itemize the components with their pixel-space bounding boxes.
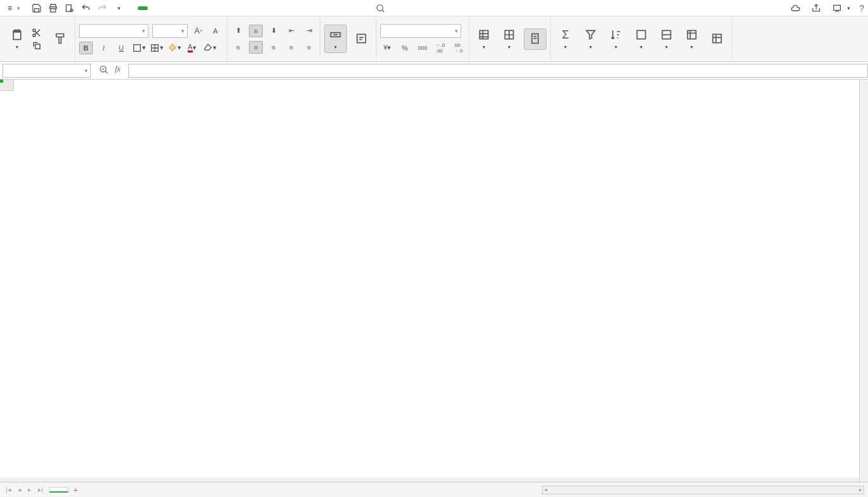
fx-icon[interactable]: fx xyxy=(115,64,121,76)
doc-assist-button[interactable] xyxy=(524,28,546,50)
percent-button[interactable]: % xyxy=(398,42,412,54)
align-left-button[interactable]: ≡ xyxy=(231,41,245,54)
cell-border-button[interactable]: ▾ xyxy=(150,42,164,54)
tab-insert[interactable] xyxy=(159,6,169,10)
scroll-right-icon[interactable]: ▸ xyxy=(857,486,864,494)
comma-button[interactable]: 000 xyxy=(416,42,430,54)
distribute-button[interactable]: ≡ xyxy=(302,41,316,54)
file-menu[interactable]: ≡ ▾ xyxy=(4,3,24,14)
search-icon xyxy=(375,3,385,13)
freeze-button[interactable] xyxy=(706,29,728,49)
spreadsheet-grid[interactable] xyxy=(0,80,868,477)
cloud-icon xyxy=(790,3,800,13)
undo-icon[interactable] xyxy=(81,3,91,13)
table-style-button[interactable]: ▾ xyxy=(498,25,520,52)
vertical-scrollbar[interactable] xyxy=(859,80,868,482)
wrap-text-button[interactable] xyxy=(351,29,372,49)
align-center-button[interactable]: ≡ xyxy=(249,41,263,54)
decrease-indent-button[interactable]: ⇤ xyxy=(284,25,298,37)
format-button[interactable]: ▾ xyxy=(630,25,652,52)
sort-icon xyxy=(609,28,623,42)
align-top-button[interactable]: ⬆ xyxy=(231,25,245,37)
zoom-icon[interactable] xyxy=(99,64,109,76)
increase-indent-button[interactable]: ⇥ xyxy=(302,25,316,37)
cut-button[interactable] xyxy=(32,28,45,38)
tab-formulas[interactable] xyxy=(202,6,212,10)
svg-rect-14 xyxy=(479,30,488,39)
svg-point-8 xyxy=(33,34,35,37)
name-box[interactable] xyxy=(3,64,91,78)
align-middle-button[interactable]: ≡ xyxy=(249,25,263,37)
paste-button[interactable]: ▾ xyxy=(6,25,28,52)
merge-center-button[interactable]: ▾ xyxy=(324,25,347,53)
increase-decimal-button[interactable]: ←.0.00 xyxy=(433,42,447,54)
help-button[interactable]: ? xyxy=(859,3,864,13)
tab-view[interactable] xyxy=(267,6,277,10)
decrease-decimal-button[interactable]: .00→.0 xyxy=(451,42,465,54)
format-painter-button[interactable] xyxy=(49,29,71,49)
number-format-combo[interactable] xyxy=(380,24,461,38)
share-icon xyxy=(811,3,821,13)
tab-security[interactable] xyxy=(288,6,298,10)
print-icon[interactable] xyxy=(48,3,58,13)
formula-bar: fx xyxy=(0,62,868,80)
italic-button[interactable]: I xyxy=(97,42,111,54)
svg-rect-13 xyxy=(357,34,365,42)
tab-page-layout[interactable] xyxy=(181,6,191,10)
redo-icon[interactable] xyxy=(97,3,107,13)
tab-review[interactable] xyxy=(245,6,255,10)
cond-format-button[interactable]: ▾ xyxy=(473,25,495,52)
svg-rect-9 xyxy=(35,44,40,49)
increase-font-button[interactable]: A+ xyxy=(191,25,205,37)
add-sheet-button[interactable]: + xyxy=(68,485,83,495)
highlight-button[interactable]: ▾ xyxy=(203,42,217,54)
bold-button[interactable]: B xyxy=(79,42,93,54)
filter-button[interactable]: ▾ xyxy=(580,25,601,52)
number-group: ¥▾ % 000 ←.0.00 .00→.0 xyxy=(377,18,469,60)
border-button[interactable]: ▾ xyxy=(132,42,146,54)
search-button[interactable] xyxy=(375,3,387,13)
sum-button[interactable]: Σ▾ xyxy=(555,25,576,52)
print-preview-icon[interactable] xyxy=(64,3,75,13)
worksheet-button[interactable]: ▾ xyxy=(681,25,702,52)
copy-button[interactable] xyxy=(32,40,45,51)
share-button[interactable] xyxy=(811,3,823,13)
align-right-button[interactable]: ≡ xyxy=(267,41,280,54)
row-col-button[interactable]: ▾ xyxy=(656,25,677,52)
sheet-prev-icon[interactable]: ◂ xyxy=(16,486,23,494)
ribbon: ▾ A+ A- B I U ▾ ▾ xyxy=(0,16,868,62)
funnel-icon xyxy=(584,28,598,42)
fill-color-button[interactable]: ▾ xyxy=(167,42,181,54)
ribbon-tabs xyxy=(138,6,363,10)
merge-icon xyxy=(329,28,342,42)
sheet-tab-1[interactable] xyxy=(49,487,68,493)
decrease-font-button[interactable]: A- xyxy=(209,25,223,37)
underline-button[interactable]: U xyxy=(114,42,128,54)
wrap-icon xyxy=(354,32,368,45)
tab-home[interactable] xyxy=(138,6,148,10)
sort-button[interactable]: ▾ xyxy=(605,25,627,52)
currency-button[interactable]: ¥▾ xyxy=(380,42,394,54)
qat-more-icon[interactable]: ▾ xyxy=(114,3,124,13)
tab-doc-assist[interactable] xyxy=(353,6,363,10)
justify-button[interactable]: ≡ xyxy=(284,41,298,54)
font-size-combo[interactable] xyxy=(152,24,188,38)
select-all-corner[interactable] xyxy=(0,80,14,91)
tab-featured[interactable] xyxy=(331,6,341,10)
align-bottom-button[interactable]: ⬇ xyxy=(267,25,280,37)
horizontal-scrollbar[interactable]: ◂ ▸ xyxy=(542,486,864,494)
formula-input[interactable] xyxy=(128,64,868,78)
scroll-left-icon[interactable]: ◂ xyxy=(543,486,549,494)
sheet-last-icon[interactable]: ▸| xyxy=(36,486,45,494)
svg-rect-19 xyxy=(687,30,696,39)
annotate-button[interactable]: ▾ xyxy=(832,3,850,13)
table-icon xyxy=(477,28,491,42)
save-icon[interactable] xyxy=(32,3,42,13)
tab-data[interactable] xyxy=(224,6,234,10)
tab-dev-tools[interactable] xyxy=(310,6,320,10)
sheet-first-icon[interactable]: |◂ xyxy=(4,486,13,494)
sheet-next-icon[interactable]: ▸ xyxy=(26,486,33,494)
font-color-button[interactable]: A▾ xyxy=(185,42,199,54)
sync-status[interactable] xyxy=(790,3,802,13)
font-name-combo[interactable] xyxy=(79,24,148,38)
